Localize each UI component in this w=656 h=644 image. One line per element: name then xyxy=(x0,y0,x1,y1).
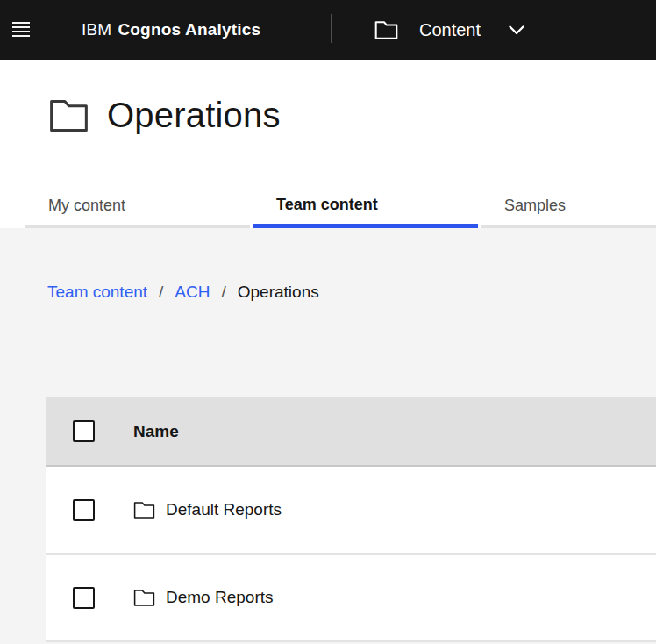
tab-label: My content xyxy=(48,197,125,215)
breadcrumb-separator: / xyxy=(221,283,225,302)
menu-icon[interactable] xyxy=(12,22,30,37)
breadcrumb-link-team-content[interactable]: Team content xyxy=(47,283,147,302)
folder-icon xyxy=(49,98,89,133)
title-row: Operations xyxy=(49,96,281,135)
table-header-row: Name xyxy=(46,397,656,467)
table-row[interactable]: Demo Reports xyxy=(46,555,656,642)
row-checkbox[interactable] xyxy=(73,587,95,609)
breadcrumb-current: Operations xyxy=(238,283,319,302)
folder-icon xyxy=(133,501,155,519)
breadcrumb-separator: / xyxy=(159,283,163,302)
brand-name: Cognos Analytics xyxy=(118,20,260,39)
tab-samples[interactable]: Samples xyxy=(481,186,656,228)
topbar-divider xyxy=(331,14,332,43)
breadcrumb: Team content / ACH / Operations xyxy=(0,228,656,302)
select-all-checkbox[interactable] xyxy=(73,420,95,442)
folder-icon xyxy=(374,20,398,40)
brand: IBM Cognos Analytics xyxy=(82,0,260,60)
content-nav-switcher[interactable]: Content xyxy=(374,0,524,60)
content-tabs: My content Team content Samples xyxy=(25,186,656,228)
breadcrumb-link-ach[interactable]: ACH xyxy=(175,283,210,302)
content-area: Team content / ACH / Operations Name Def… xyxy=(0,228,656,644)
tab-label: Samples xyxy=(504,197,566,215)
row-label[interactable]: Default Reports xyxy=(166,500,282,519)
tab-team-content[interactable]: Team content xyxy=(253,186,478,228)
page-title: Operations xyxy=(107,96,281,135)
row-checkbox[interactable] xyxy=(73,499,95,521)
row-label[interactable]: Demo Reports xyxy=(166,588,274,607)
column-header-name: Name xyxy=(133,422,179,441)
top-app-bar: IBM Cognos Analytics Content xyxy=(0,0,656,60)
tab-label: Team content xyxy=(276,196,378,214)
tab-my-content[interactable]: My content xyxy=(25,186,250,228)
table-row[interactable]: Default Reports xyxy=(46,467,656,555)
content-list-table: Name Default Reports Demo Reports xyxy=(46,397,656,642)
brand-prefix: IBM xyxy=(82,20,111,39)
folder-icon xyxy=(133,589,155,607)
chevron-down-icon xyxy=(509,25,524,35)
page-header: Operations My content Team content Sampl… xyxy=(0,60,656,228)
nav-label: Content xyxy=(419,20,481,40)
